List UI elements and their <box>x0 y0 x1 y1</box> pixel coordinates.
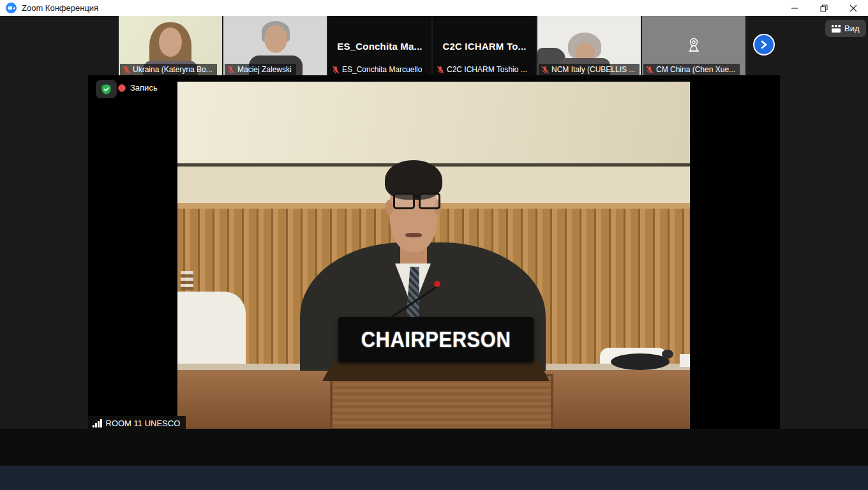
participant-name-bar: Ukraina (Kateryna Bo... <box>120 64 217 75</box>
speaker-name: ROOM 11 UNESCO <box>106 419 181 428</box>
muted-mic-icon <box>646 66 654 74</box>
window-controls <box>780 0 868 16</box>
security-shield-button[interactable] <box>96 80 117 98</box>
muted-mic-icon <box>123 66 130 74</box>
participant-name-bar: ES_Conchita Marcuello <box>329 64 426 75</box>
audio-level-icon <box>93 419 102 427</box>
participant-name: NCM Italy (CUBELLIS ... <box>551 65 635 74</box>
muted-mic-icon <box>227 66 235 74</box>
recording-label: Запись <box>130 83 158 93</box>
wall-panel-box <box>181 271 193 290</box>
minimize-button[interactable] <box>780 0 809 16</box>
muted-mic-icon <box>437 66 444 74</box>
participant-name: CM China (Chen Xue... <box>656 65 735 74</box>
participant-name-bar: C2C ICHARM Toshio ... <box>434 64 532 75</box>
participant-name: C2C ICHARM Toshio ... <box>447 65 527 74</box>
restore-button[interactable] <box>809 0 839 16</box>
glasses <box>390 193 444 210</box>
muted-mic-icon <box>332 66 340 74</box>
zoom-logo-icon <box>6 3 17 13</box>
glasses-lens <box>393 193 415 209</box>
avatar-face <box>159 27 182 57</box>
chevron-right-icon <box>760 40 768 49</box>
next-participants-page-button[interactable] <box>753 34 775 56</box>
white-chair-left <box>173 292 246 368</box>
chairperson-nameplate: CHAIRPERSON <box>338 317 534 362</box>
meeting-toolbar: Включить звук Остановить видео 130 Участ… <box>0 429 868 466</box>
nameplate-base <box>322 360 550 381</box>
participant-name-bar: NCM Italy (CUBELLIS ... <box>539 64 640 75</box>
view-button[interactable]: Вид <box>825 20 866 37</box>
window-titlebar: Zoom Конференция <box>0 0 868 16</box>
participant-tile-conchita[interactable]: ES_Conchita Ma... ES_Conchita Marcuello <box>328 16 431 77</box>
zoom-meeting-window: Zoom Конференция Ukraina (Kateryna Bo... <box>0 0 868 490</box>
participant-tile-ukraina[interactable]: Ukraina (Kateryna Bo... <box>119 16 222 77</box>
participant-name: ES_Conchita Marcuello <box>342 65 422 74</box>
muted-mic-icon <box>541 66 549 74</box>
recording-dot-icon <box>118 84 126 92</box>
microphone-tip <box>434 281 440 287</box>
mouth <box>405 233 422 237</box>
headphones <box>611 353 670 370</box>
speaker-video: CHAIRPERSON <box>170 75 690 431</box>
view-grid-icon <box>832 25 841 33</box>
avatar-face <box>264 25 287 53</box>
projection-screen <box>177 82 690 163</box>
participant-tile-ncm-italy[interactable]: NCM Italy (CUBELLIS ... <box>537 16 641 77</box>
windows-taskbar: переводчик - Пош... Zoom Zoom Конференци… <box>0 466 868 490</box>
participant-tile-icharm[interactable]: C2C ICHARM To... C2C ICHARM Toshio ... <box>433 16 536 77</box>
nameplate-text: CHAIRPERSON <box>361 327 511 352</box>
participant-tile-maciej[interactable]: Maciej Zalewski <box>223 16 327 77</box>
recording-indicator[interactable]: Запись <box>118 83 158 93</box>
view-button-label: Вид <box>844 24 860 33</box>
paper <box>680 354 690 367</box>
close-button[interactable] <box>839 0 868 16</box>
glasses-lens <box>419 193 440 209</box>
shield-check-icon <box>101 84 112 95</box>
video-edge-bar <box>170 75 177 431</box>
participant-name-bar: CM China (Chen Xue... <box>643 64 740 75</box>
participant-name: Ukraina (Kateryna Bo... <box>133 65 213 74</box>
participant-tile-cm-china[interactable]: CM China (Chen Xue... <box>642 16 745 77</box>
participant-name: Maciej Zalewski <box>237 65 292 74</box>
window-title: Zoom Конференция <box>22 3 98 13</box>
participant-name-bar: Maciej Zalewski <box>225 64 296 75</box>
desk-front-panel <box>330 374 553 431</box>
webcam-icon <box>685 37 703 56</box>
